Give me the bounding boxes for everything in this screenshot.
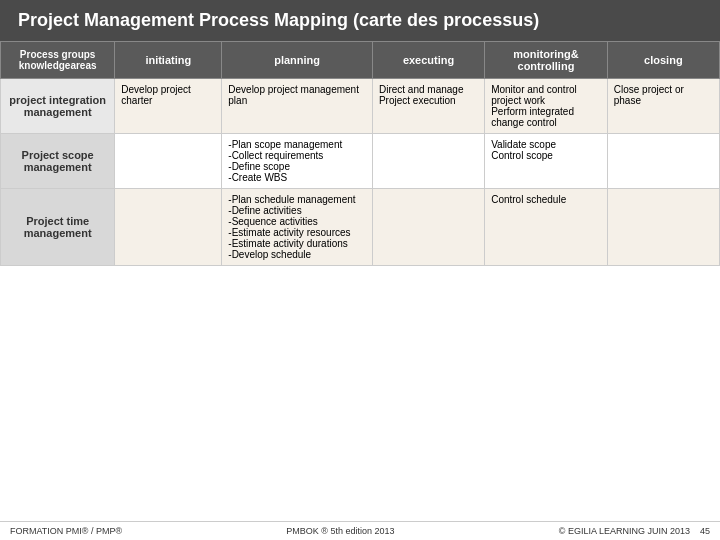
closing-cell xyxy=(607,189,719,266)
page: Project Management Process Mapping (cart… xyxy=(0,0,720,540)
footer-page: 45 xyxy=(700,526,710,536)
table-row: project integration management Develop p… xyxy=(1,79,720,134)
process-table: Process groups knowledgeareas initiating… xyxy=(0,41,720,266)
process-table-wrapper: Process groups knowledgeareas initiating… xyxy=(0,41,720,521)
planning-cell: -Plan scope management -Collect requirem… xyxy=(222,134,373,189)
col-header-executing: executing xyxy=(372,42,484,79)
col-header-monitoring: monitoring& controlling xyxy=(485,42,608,79)
planning-cell: Develop project management plan xyxy=(222,79,373,134)
knowledge-area-cell: project integration management xyxy=(1,79,115,134)
executing-cell: Direct and manage Project execution xyxy=(372,79,484,134)
initiating-cell xyxy=(115,189,222,266)
monitoring-cell: Monitor and control project work Perform… xyxy=(485,79,608,134)
footer-right: © EGILIA LEARNING JUIN 2013 45 xyxy=(559,526,710,536)
table-row: Project time management -Plan schedule m… xyxy=(1,189,720,266)
footer: FORMATION PMI® / PMP® PMBOK ® 5th editio… xyxy=(0,521,720,540)
footer-center: PMBOK ® 5th edition 2013 xyxy=(286,526,394,536)
executing-cell xyxy=(372,189,484,266)
initiating-cell: Develop project charter xyxy=(115,79,222,134)
monitoring-cell: Validate scope Control scope xyxy=(485,134,608,189)
knowledge-area-cell: Project scope management xyxy=(1,134,115,189)
planning-cell: -Plan schedule management -Define activi… xyxy=(222,189,373,266)
table-row: Project scope management -Plan scope man… xyxy=(1,134,720,189)
executing-cell xyxy=(372,134,484,189)
col-header-planning: planning xyxy=(222,42,373,79)
monitoring-cell: Control schedule xyxy=(485,189,608,266)
knowledge-area-cell: Project time management xyxy=(1,189,115,266)
closing-cell xyxy=(607,134,719,189)
col-header-groups: Process groups knowledgeareas xyxy=(1,42,115,79)
col-header-initiating: initiating xyxy=(115,42,222,79)
footer-left: FORMATION PMI® / PMP® xyxy=(10,526,122,536)
col-header-closing: closing xyxy=(607,42,719,79)
closing-cell: Close project or phase xyxy=(607,79,719,134)
initiating-cell xyxy=(115,134,222,189)
page-title: Project Management Process Mapping (cart… xyxy=(0,0,720,41)
